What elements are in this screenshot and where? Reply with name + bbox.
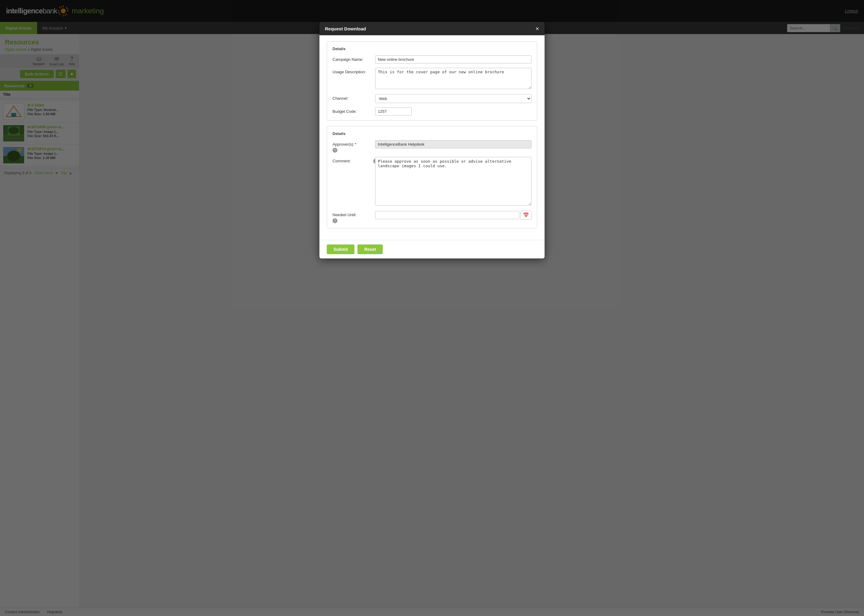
campaign-name-input[interactable] [375, 55, 532, 64]
form-row-campaign: Campaign Name: [332, 55, 532, 64]
modal-body: Details Campaign Name: Usage Description… [319, 35, 545, 240]
reset-button[interactable]: Reset [357, 244, 382, 254]
comment-field [375, 157, 532, 206]
needed-until-input[interactable] [375, 211, 519, 219]
form-section-details-2: Details Approver(s):* ? IntelligenceBank… [327, 126, 537, 228]
section2-title: Details [332, 131, 532, 136]
modal-header: Request Download × [319, 22, 545, 35]
request-download-modal: Request Download × Details Campaign Name… [319, 22, 545, 258]
submit-button[interactable]: Submit [327, 244, 354, 254]
modal-overlay: Request Download × Details Campaign Name… [0, 0, 864, 616]
usage-description-field [375, 68, 532, 90]
needed-until-label: Needed Until: [332, 211, 372, 217]
channel-label: Channel: [332, 94, 372, 101]
form-row-approver: Approver(s):* ? IntelligenceBank Helpdes… [332, 140, 532, 152]
channel-select[interactable]: Web Print Digital Social Media [375, 94, 532, 103]
form-row-usage: Usage Description: [332, 68, 532, 90]
usage-description-label: Usage Description: [332, 68, 372, 74]
needed-until-field: 📅 [375, 211, 532, 220]
approvers-help-icon[interactable]: ? [332, 148, 337, 152]
modal-title: Request Download [325, 26, 366, 31]
comment-label: Comment: [332, 157, 372, 163]
budget-code-label: Budget Code: [332, 107, 372, 114]
calendar-button[interactable]: 📅 [521, 211, 532, 220]
needed-until-help-icon[interactable]: ? [332, 218, 337, 223]
form-row-needed-until: Needed Until: ? 📅 [332, 211, 532, 223]
form-row-channel: Channel: Web Print Digital Social Media [332, 94, 532, 103]
approver-value: IntelligenceBank Helpdesk [375, 140, 532, 148]
campaign-name-field [375, 55, 532, 64]
date-input-wrap: 📅 [375, 211, 532, 220]
modal-footer: Submit Reset [319, 240, 545, 258]
form-row-comment: Comment: ? [332, 157, 532, 206]
budget-code-input[interactable] [375, 107, 412, 116]
approver-field: IntelligenceBank Helpdesk [375, 140, 532, 148]
form-section-details-1: Details Campaign Name: Usage Description… [327, 41, 537, 121]
comment-input[interactable] [375, 157, 532, 206]
form-row-budget: Budget Code: [332, 107, 532, 116]
modal-close-button[interactable]: × [535, 25, 539, 31]
budget-code-field [375, 107, 532, 116]
section1-title: Details [332, 47, 532, 51]
campaign-name-label: Campaign Name: [332, 55, 372, 62]
channel-field: Web Print Digital Social Media [375, 94, 532, 103]
usage-description-input[interactable] [375, 68, 532, 89]
approvers-label: Approver(s):* [332, 140, 372, 146]
